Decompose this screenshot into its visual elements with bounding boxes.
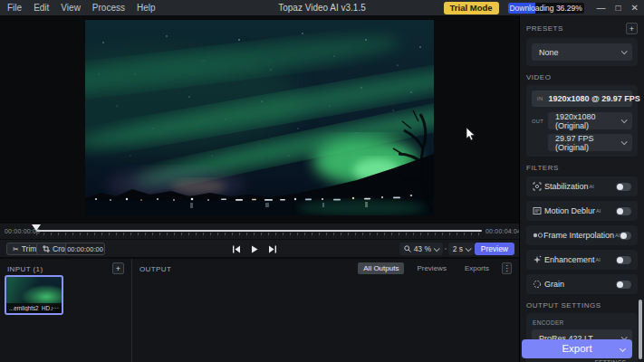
input-panel: INPUT (1) + ...ernlights2_HD.mp4 ⋯ [0, 259, 132, 362]
trim-icon: ✂ [13, 245, 19, 253]
preview-duration-value: 2 s [453, 244, 463, 253]
toolbar-separator-2 [445, 248, 447, 250]
toolbar: ✂ Trim Crop 00:00:00:00 [0, 239, 519, 257]
window-controls: — □ ✕ [597, 0, 639, 15]
chevron-down-icon [434, 245, 440, 252]
media-panels: INPUT (1) + ...ernlights2_HD.mp4 ⋯ OUTPU… [0, 258, 519, 362]
menu-file[interactable]: File [7, 3, 22, 13]
ai-superscript: AI [590, 184, 594, 189]
grain-toggle[interactable] [616, 281, 631, 289]
topaz-video-ai-window: File Edit View Process Help Topaz Video … [0, 0, 644, 362]
export-button[interactable]: Export [522, 339, 632, 358]
titlebar: File Edit View Process Help Topaz Video … [0, 0, 644, 15]
menu-process[interactable]: Process [92, 3, 125, 13]
menu-edit[interactable]: Edit [34, 3, 49, 13]
input-file-more-icon[interactable]: ⋯ [53, 306, 59, 311]
presets-card: None [526, 38, 638, 66]
export-label: Export [562, 343, 591, 354]
current-time-input[interactable]: 00:00:00:00 [65, 243, 105, 255]
video-viewer[interactable] [0, 15, 519, 224]
video-card: IN 1920x1080 @ 29.97 FPS OUT 1920x1080 (… [526, 85, 638, 157]
encoder-label: ENCODER [533, 319, 632, 326]
motion-deblur-toggle[interactable] [616, 207, 631, 215]
mouse-cursor-icon [466, 127, 476, 142]
stabilization-toggle[interactable] [616, 183, 631, 191]
filters-header: FILTERS [526, 164, 559, 172]
previous-frame-button[interactable] [232, 245, 241, 253]
preview-duration-select[interactable]: 2 s [448, 243, 475, 255]
presets-header: PRESETS [526, 24, 563, 33]
timeline-track[interactable] [36, 230, 482, 232]
zoom-level-select[interactable]: 43 % [399, 243, 443, 255]
filter-stabilization[interactable]: StabilizationAI [526, 176, 638, 196]
tab-all-outputs[interactable]: All Outputs [358, 262, 404, 274]
output-resolution-value: 1920x1080 (Original) [555, 112, 625, 130]
input-video-specs: 1920x1080 @ 29.97 FPS [548, 94, 639, 103]
output-resolution-select[interactable]: 1920x1080 (Original) [548, 112, 632, 129]
input-file-bar: ...ernlights2_HD.mp4 ⋯ [6, 303, 62, 313]
download-progress: Downloading 36.29% [508, 3, 584, 14]
filter-enhancement[interactable]: EnhancementAI [526, 250, 638, 270]
add-preset-button[interactable]: + [626, 23, 638, 34]
preset-selected-value: None [539, 48, 559, 57]
output-options-button[interactable]: ⋮ [502, 262, 512, 274]
magnifier-icon [404, 245, 411, 252]
app-title: Topaz Video AI v3.1.5 [278, 3, 366, 13]
filter-label: Motion Deblur [544, 206, 595, 215]
output-panel: OUTPUT All Outputs Previews Exports ⋮ [132, 259, 519, 362]
filter-motion-deblur[interactable]: Motion DeblurAI [526, 201, 638, 221]
menubar: File Edit View Process Help [0, 3, 156, 13]
input-thumbnail[interactable]: ...ernlights2_HD.mp4 ⋯ [5, 275, 63, 315]
out-badge: OUT [532, 119, 543, 124]
crop-icon [43, 245, 50, 252]
output-settings-header: OUTPUT SETTINGS [526, 301, 601, 310]
input-file-name: ...ernlights2_HD.mp4 [9, 305, 53, 311]
zoom-level-value: 43 % [414, 244, 431, 253]
chevron-down-icon [621, 48, 628, 54]
preset-select[interactable]: None [532, 43, 632, 61]
in-badge: IN [537, 96, 543, 101]
enhancement-toggle[interactable] [616, 256, 631, 264]
grain-icon [533, 280, 544, 289]
tab-exports[interactable]: Exports [459, 262, 495, 274]
enhancement-icon [533, 255, 544, 264]
preview-button[interactable]: Preview [475, 243, 514, 255]
output-framerate-select[interactable]: 29.97 FPS (Original) [548, 134, 632, 151]
output-framerate-value: 29.97 FPS (Original) [555, 134, 625, 152]
maximize-icon[interactable]: □ [616, 0, 621, 15]
sidebar-scrollbar[interactable] [639, 300, 642, 359]
download-progress-label: Downloading 36.29% [508, 3, 584, 14]
settings-sidebar: PRESETS + None VIDEO IN 1920x1080 @ 29.9… [519, 15, 644, 362]
play-button[interactable] [251, 245, 258, 253]
minimize-icon[interactable]: — [597, 0, 606, 15]
video-header: VIDEO [526, 73, 551, 81]
workspace: 00:00:00:00 00:00:04:04 ✂ Trim Crop 00:0… [0, 15, 519, 362]
filter-grain[interactable]: Grain [526, 274, 638, 294]
ai-superscript: AI [596, 257, 601, 262]
ai-superscript: AI [596, 208, 601, 214]
toolbar-separator [62, 248, 63, 250]
timeline: 00:00:00:00 00:00:04:04 [0, 224, 519, 239]
tab-previews[interactable]: Previews [411, 262, 451, 274]
filter-label: Stabilization [544, 182, 589, 191]
next-frame-button[interactable] [268, 245, 277, 253]
timeline-end-time: 00:00:04:04 [485, 228, 521, 234]
chevron-down-icon[interactable] [620, 346, 626, 352]
trial-mode-badge[interactable]: Trial Mode [444, 2, 499, 14]
motion-deblur-icon [533, 206, 544, 215]
frame-interpolation-toggle[interactable] [620, 232, 631, 240]
add-input-button[interactable]: + [112, 262, 124, 274]
filter-label: Frame Interpolation [543, 231, 614, 240]
transport-controls [232, 243, 277, 255]
close-icon[interactable]: ✕ [631, 0, 639, 15]
chevron-down-icon [466, 245, 472, 252]
filter-label: Grain [544, 280, 564, 289]
menu-view[interactable]: View [61, 3, 81, 13]
video-in-row: IN 1920x1080 @ 29.97 FPS [532, 90, 632, 107]
video-preview[interactable] [85, 20, 434, 215]
trim-label: Trim [22, 244, 37, 253]
timeline-ticks [36, 233, 482, 235]
menu-help[interactable]: Help [137, 3, 156, 13]
frame-interpolation-icon [533, 231, 543, 240]
filter-frame-interpolation[interactable]: Frame InterpolationAI [526, 225, 638, 245]
